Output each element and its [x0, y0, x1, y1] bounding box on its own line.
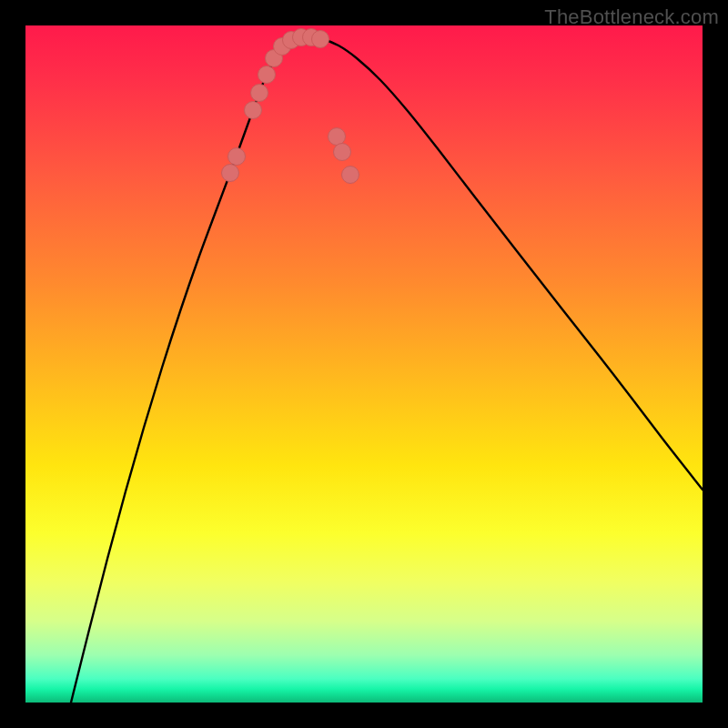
data-marker	[312, 31, 329, 48]
curve-layer	[25, 25, 703, 703]
data-marker	[251, 85, 268, 102]
bottleneck-curve	[71, 37, 703, 703]
bottleneck-curve-path	[71, 37, 703, 703]
chart-frame: TheBottleneck.com	[0, 0, 728, 728]
data-marker	[228, 148, 246, 166]
data-marker	[342, 167, 359, 184]
data-marker	[329, 128, 346, 146]
data-marker	[258, 66, 276, 84]
data-marker	[222, 165, 239, 182]
data-marker	[334, 144, 351, 161]
marker-group	[222, 29, 359, 184]
data-marker	[245, 102, 262, 119]
watermark-text: TheBottleneck.com	[544, 5, 719, 29]
plot-area	[25, 25, 703, 703]
